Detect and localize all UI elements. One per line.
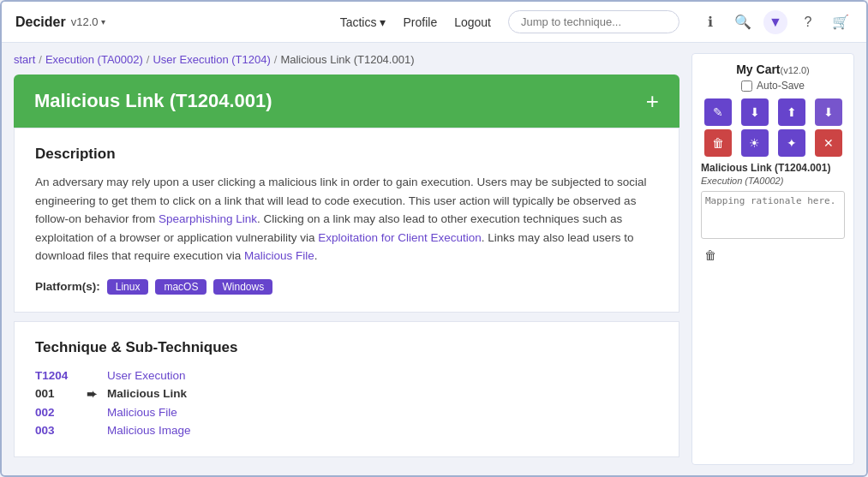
table-row: T1204 User Execution (35, 367, 658, 385)
tactics-nav-link[interactable]: Tactics ▾ (340, 15, 386, 29)
current-name: Malicious Link (107, 385, 658, 403)
table-row: 003 Malicious Image (35, 421, 658, 439)
description-card: Description An adversary may rely upon a… (14, 128, 679, 313)
cart-panel: My Cart(v12.0) Auto-Save ✎ ⬇ ⬆ ⬇ 🗑 ☀ ✦ ✕ (691, 53, 854, 465)
app-name: Decider (15, 15, 66, 30)
cart-download-button[interactable]: ⬇ (741, 98, 769, 126)
autosave-label: Auto-Save (757, 80, 805, 92)
cart-delete-all-button[interactable]: 🗑 (704, 129, 732, 157)
profile-nav-link[interactable]: Profile (403, 15, 437, 29)
cart-item-delete-button[interactable]: 🗑 (701, 247, 720, 264)
app-container: Decider v12.0 ▾ Tactics ▾ Profile Logout… (0, 0, 868, 477)
nav-icons: ℹ 🔍 ▼ ? 🛒 (698, 10, 853, 34)
cart-theme-button[interactable]: ☀ (741, 129, 769, 157)
malicious-image-link[interactable]: Malicious Image (107, 424, 191, 437)
platforms-label: Platform(s): (35, 280, 100, 293)
search-input[interactable] (508, 10, 679, 33)
autosave-row: Auto-Save (701, 80, 845, 92)
tactics-chevron-icon: ▾ (380, 15, 386, 29)
autosave-checkbox[interactable] (741, 80, 752, 92)
subtechniques-card: Technique & Sub-Techniques T1204 User Ex… (14, 321, 679, 457)
cart-sidebar: My Cart(v12.0) Auto-Save ✎ ⬇ ⬆ ⬇ 🗑 ☀ ✦ ✕ (691, 53, 854, 465)
platforms: Platform(s): Linux macOS Windows (35, 279, 658, 295)
current-id: 001 (35, 385, 87, 403)
description-text: An adversary may rely upon a user clicki… (35, 173, 658, 265)
t1204-002-link[interactable]: 002 (35, 406, 55, 419)
platform-linux: Linux (107, 279, 149, 295)
nav-links: Tactics ▾ Profile Logout (340, 10, 679, 33)
add-to-cart-button[interactable]: + (646, 90, 659, 112)
cart-star-button[interactable]: ✦ (778, 129, 805, 157)
technique-title: Malicious Link (T1204.001) (34, 90, 272, 112)
description-heading: Description (35, 146, 658, 163)
version-chevron-icon[interactable]: ▾ (101, 17, 105, 27)
exploitation-link[interactable]: Exploitation for Client Execution (318, 231, 482, 244)
search-icon[interactable]: 🔍 (731, 10, 755, 34)
cart-item-name: Malicious Link (T1204.001) (701, 162, 845, 174)
subtechniques-heading: Technique & Sub-Techniques (35, 339, 658, 356)
left-content: start / Execution (TA0002) / User Execut… (14, 53, 679, 465)
cart-icon[interactable]: 🛒 (829, 10, 853, 34)
malicious-file-link[interactable]: Malicious File (244, 249, 314, 262)
breadcrumb: start / Execution (TA0002) / User Execut… (14, 53, 679, 66)
brand: Decider v12.0 ▾ (15, 15, 105, 30)
main-area: start / Execution (TA0002) / User Execut… (2, 43, 866, 475)
cart-action-grid: ✎ ⬇ ⬆ ⬇ 🗑 ☀ ✦ ✕ (701, 98, 845, 157)
app-version: v12.0 ▾ (71, 15, 105, 28)
breadcrumb-start[interactable]: start (14, 53, 35, 66)
cart-upload-button[interactable]: ⬆ (778, 98, 805, 126)
cart-title: My Cart(v12.0) (701, 63, 845, 76)
info-icon[interactable]: ℹ (698, 10, 722, 34)
cart-clear-button[interactable]: ✕ (815, 129, 842, 157)
cart-item-sub: Execution (TA0002) (701, 176, 845, 186)
filter-icon[interactable]: ▼ (763, 10, 787, 34)
t1204-003-link[interactable]: 003 (35, 424, 55, 437)
cart-delete-row: 🗑 (701, 247, 845, 264)
table-row: 002 Malicious File (35, 403, 658, 421)
technique-header: Malicious Link (T1204.001) + (14, 75, 679, 128)
platform-windows: Windows (213, 279, 272, 295)
platform-macos: macOS (155, 279, 207, 295)
table-row: 001 ➨ Malicious Link (35, 385, 658, 403)
cart-export-button[interactable]: ⬇ (815, 98, 842, 126)
spearphishing-link[interactable]: Spearphishing Link (159, 212, 257, 225)
breadcrumb-current: Malicious Link (T1204.001) (280, 53, 414, 66)
breadcrumb-user-execution[interactable]: User Execution (T1204) (153, 53, 270, 66)
t1204-link[interactable]: T1204 (35, 369, 68, 382)
malicious-file-link[interactable]: Malicious File (107, 406, 177, 419)
logout-nav-link[interactable]: Logout (454, 15, 491, 29)
subtechniques-table: T1204 User Execution 001 ➨ Malicious Lin… (35, 367, 658, 439)
cart-mapping-textarea[interactable] (701, 191, 845, 239)
current-arrow-icon: ➨ (87, 388, 97, 401)
navbar: Decider v12.0 ▾ Tactics ▾ Profile Logout… (2, 2, 866, 43)
breadcrumb-execution[interactable]: Execution (TA0002) (45, 53, 143, 66)
help-icon[interactable]: ? (796, 10, 820, 34)
user-execution-link[interactable]: User Execution (107, 369, 186, 382)
cart-edit-button[interactable]: ✎ (704, 98, 732, 126)
